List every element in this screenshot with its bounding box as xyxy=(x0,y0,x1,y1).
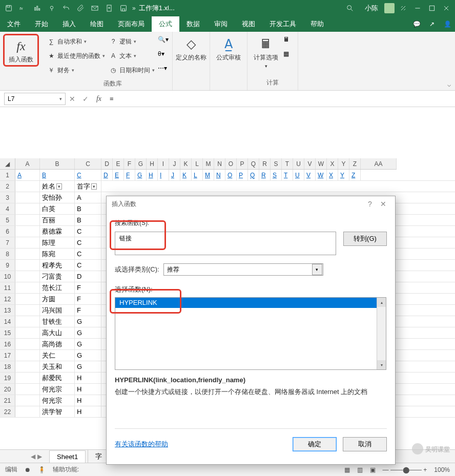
row-header[interactable]: 8 xyxy=(0,249,15,259)
search-icon[interactable] xyxy=(344,3,356,14)
cell-link[interactable]: N xyxy=(214,170,225,180)
touch-icon[interactable] xyxy=(46,3,57,14)
column-header[interactable]: R xyxy=(259,158,271,169)
row-header[interactable]: 6 xyxy=(0,226,15,237)
cell[interactable]: 何光宗 xyxy=(40,395,75,406)
cell[interactable]: H xyxy=(75,372,101,383)
tab-file[interactable]: 文件 xyxy=(0,16,28,32)
zoom-level[interactable]: 100% xyxy=(434,466,450,473)
cell[interactable] xyxy=(15,192,40,203)
column-header[interactable]: W xyxy=(316,158,327,169)
cell[interactable] xyxy=(15,327,40,338)
cell-link[interactable]: X xyxy=(327,170,338,180)
row-header[interactable]: 9 xyxy=(0,260,15,271)
row-header[interactable]: 18 xyxy=(0,361,15,372)
fx-bar-icon[interactable]: fx xyxy=(92,92,106,106)
tab-data[interactable]: 数据 xyxy=(179,16,207,32)
cell[interactable]: G xyxy=(75,339,101,349)
cell[interactable]: 刁富贵 xyxy=(40,271,75,282)
view-normal-icon[interactable]: ▦ xyxy=(344,466,350,473)
cell[interactable]: H xyxy=(75,395,101,406)
cell-link[interactable]: M xyxy=(203,170,214,180)
minimize-icon[interactable] xyxy=(412,3,423,14)
column-header[interactable]: G xyxy=(135,158,147,169)
column-header[interactable]: L xyxy=(192,158,203,169)
tab-draw[interactable]: 绘图 xyxy=(83,16,111,32)
tab-view[interactable]: 视图 xyxy=(235,16,262,32)
cell[interactable]: C xyxy=(75,226,101,237)
search-function-input[interactable]: 链接 xyxy=(115,232,336,255)
cell-link[interactable]: W xyxy=(316,170,327,180)
define-name-button[interactable]: ◇ 定义的名称 xyxy=(176,34,206,62)
column-header[interactable]: D xyxy=(101,158,113,169)
row-header[interactable]: 3 xyxy=(0,192,15,203)
disk-icon[interactable] xyxy=(118,3,129,14)
cell[interactable]: 陈理 xyxy=(40,237,75,248)
sheet-nav-prev-icon[interactable]: ◀ xyxy=(31,453,35,460)
row-header[interactable]: 10 xyxy=(0,271,15,282)
cell-link[interactable]: Q xyxy=(248,170,259,180)
cell[interactable] xyxy=(15,226,40,237)
cell[interactable]: 程孝先 xyxy=(40,260,75,271)
cell-link[interactable]: Y xyxy=(338,170,349,180)
math-icon[interactable]: θ▾ xyxy=(158,50,169,61)
ok-button[interactable]: 确定 xyxy=(293,437,337,451)
row-header[interactable]: 21 xyxy=(0,395,15,406)
cell[interactable]: 关玉和 xyxy=(40,361,75,372)
cell-link[interactable]: V xyxy=(304,170,316,180)
cell-link[interactable]: L xyxy=(192,170,203,180)
column-header[interactable]: F xyxy=(124,158,135,169)
column-header[interactable]: U xyxy=(293,158,304,169)
cell[interactable]: 百丽 xyxy=(40,215,75,225)
cell-link[interactable]: Z xyxy=(349,170,361,180)
cell[interactable]: 甘铁生 xyxy=(40,316,75,327)
cell-link[interactable]: H xyxy=(147,170,158,180)
row-header[interactable]: 15 xyxy=(0,327,15,338)
cell[interactable]: 何光宗 xyxy=(40,384,75,395)
calc-sheet-icon[interactable]: ▦ xyxy=(283,50,295,61)
cell-link[interactable]: I xyxy=(158,170,169,180)
goto-button[interactable]: 转到(G) xyxy=(343,232,387,246)
column-header[interactable]: S xyxy=(271,158,282,169)
column-header[interactable]: N xyxy=(214,158,225,169)
cell[interactable]: 方圆 xyxy=(40,294,75,304)
enter-formula-icon[interactable]: ✓ xyxy=(79,92,92,106)
cell[interactable]: 冯兴国 xyxy=(40,305,75,316)
cell[interactable] xyxy=(15,237,40,248)
close-icon[interactable] xyxy=(441,3,452,14)
cell-link[interactable]: K xyxy=(180,170,192,180)
cell[interactable]: B xyxy=(75,203,101,214)
row-header[interactable]: 13 xyxy=(0,305,15,316)
row-header[interactable]: 16 xyxy=(0,339,15,349)
new-doc-icon[interactable] xyxy=(104,3,115,14)
cell[interactable] xyxy=(15,282,40,293)
row-header[interactable]: 12 xyxy=(0,294,15,304)
column-header[interactable]: X xyxy=(327,158,338,169)
cell[interactable] xyxy=(15,305,40,316)
cell-link[interactable]: R xyxy=(259,170,271,180)
cell[interactable]: 白英 xyxy=(40,203,75,214)
tab-dev[interactable]: 开发工具 xyxy=(262,16,303,32)
chevron-down-icon[interactable]: ▾ xyxy=(312,264,322,275)
row-header[interactable]: 20 xyxy=(0,384,15,395)
finance-button[interactable]: ￥财务▾ xyxy=(45,64,107,77)
view-layout-icon[interactable]: ▥ xyxy=(357,466,363,473)
row-header[interactable]: 5 xyxy=(0,215,15,225)
scrollbar[interactable]: ▴ ▾ xyxy=(377,298,386,369)
cell[interactable] xyxy=(15,215,40,225)
tab-help[interactable]: 帮助 xyxy=(303,16,331,32)
column-header[interactable]: M xyxy=(203,158,214,169)
cell-link[interactable]: P xyxy=(237,170,248,180)
text-fn-button[interactable]: A文本▾ xyxy=(107,49,157,63)
cell-link[interactable]: J xyxy=(169,170,180,180)
cell[interactable] xyxy=(15,181,40,192)
collapse-ribbon-icon[interactable]: ⌵ xyxy=(447,81,451,88)
autosum-button[interactable]: ∑自动求和▾ xyxy=(45,35,107,48)
cell[interactable]: 首字▾ xyxy=(75,181,101,192)
datetime-button[interactable]: ◷日期和时间▾ xyxy=(107,64,157,77)
cancel-button[interactable]: 取消 xyxy=(343,437,387,451)
sheet-nav-next-icon[interactable]: ▶ xyxy=(37,453,42,460)
function-help-link[interactable]: 有关该函数的帮助 xyxy=(115,440,168,449)
cell[interactable]: 姓名▾ xyxy=(40,181,75,192)
cell[interactable]: D xyxy=(75,271,101,282)
